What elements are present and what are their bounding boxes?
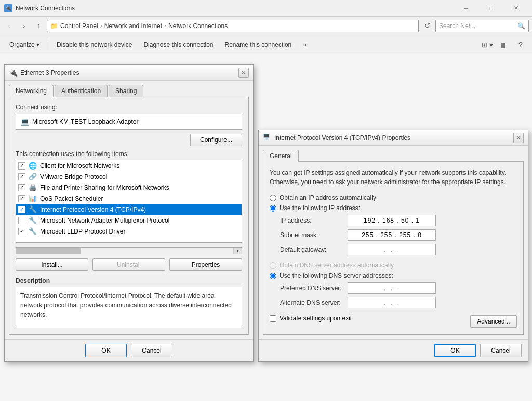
path-sep2: › bbox=[164, 22, 166, 30]
ipv4-content: You can get IP settings assigned automat… bbox=[263, 161, 524, 335]
obtain-dns-auto-radio[interactable] bbox=[270, 262, 276, 269]
checkbox-7[interactable]: ✓ bbox=[18, 228, 25, 235]
properties-button[interactable]: Properties bbox=[169, 258, 242, 271]
item-icon-1: 🌐 bbox=[29, 162, 37, 170]
close-button[interactable]: ✕ bbox=[504, 0, 528, 17]
help-button[interactable]: ? bbox=[513, 37, 528, 52]
ethernet-properties-dialog: 🔌 Ethernet 3 Properties ✕ Networking Aut… bbox=[4, 64, 254, 362]
tab-sharing[interactable]: Sharing bbox=[109, 85, 143, 97]
list-item[interactable]: ✓ 🌐 Client for Microsoft Networks bbox=[16, 160, 242, 171]
checkbox-6[interactable] bbox=[18, 217, 25, 224]
adapter-name: Microsoft KM-TEST Loopback Adapter bbox=[32, 118, 139, 125]
alternate-dns-input[interactable] bbox=[348, 297, 436, 308]
adapter-icon: 💻 bbox=[20, 118, 29, 126]
validate-checkbox[interactable] bbox=[270, 315, 276, 322]
default-gateway-input[interactable] bbox=[348, 244, 436, 255]
description-box: Transmission Control Protocol/Internet P… bbox=[16, 287, 242, 328]
item-icon-2: 🔗 bbox=[29, 173, 37, 180]
install-button[interactable]: Install... bbox=[16, 258, 88, 271]
tab-authentication[interactable]: Authentication bbox=[55, 85, 108, 97]
list-item[interactable]: ✓ 📊 QoS Packet Scheduler bbox=[16, 193, 242, 204]
adapter-box: 💻 Microsoft KM-TEST Loopback Adapter bbox=[16, 114, 242, 130]
checkbox-1[interactable]: ✓ bbox=[18, 162, 25, 170]
checkbox-4[interactable]: ✓ bbox=[18, 195, 25, 202]
items-buttons: Install... Uninstall Properties bbox=[16, 258, 242, 271]
ethernet-dialog-buttons: OK Cancel bbox=[5, 339, 253, 361]
obtain-dns-auto-label: Obtain DNS server address automatically bbox=[280, 262, 394, 269]
connect-using-label: Connect using: bbox=[16, 104, 242, 111]
ethernet-ok-button[interactable]: OK bbox=[85, 344, 127, 357]
uninstall-button[interactable]: Uninstall bbox=[92, 258, 165, 271]
list-item[interactable]: ✓ 🔧 Microsoft LLDP Protocol Driver bbox=[16, 226, 242, 237]
use-following-ip-radio[interactable] bbox=[270, 205, 276, 212]
ipv4-properties-dialog: 🖥️ Internet Protocol Version 4 (TCP/IPv4… bbox=[258, 130, 528, 362]
disable-device-button[interactable]: Disable this network device bbox=[51, 37, 137, 52]
address-path[interactable]: 📁 Control Panel › Network and Internet ›… bbox=[47, 20, 419, 32]
ipv4-tab-bar: General bbox=[259, 146, 528, 162]
ipv4-dialog-buttons: OK Cancel bbox=[259, 339, 528, 361]
item-icon-4: 📊 bbox=[29, 195, 37, 202]
use-following-dns-row: Use the following DNS server addresses: bbox=[270, 272, 517, 279]
item-icon-7: 🔧 bbox=[29, 227, 37, 235]
path-sep1: › bbox=[100, 22, 102, 30]
checkbox-3[interactable]: ✓ bbox=[18, 184, 25, 191]
rename-connection-button[interactable]: Rename this connection bbox=[220, 37, 297, 52]
use-following-dns-radio[interactable] bbox=[270, 273, 276, 279]
tab-general[interactable]: General bbox=[263, 150, 299, 162]
obtain-ip-auto-label[interactable]: Obtain an IP address automatically bbox=[280, 194, 376, 201]
advanced-button[interactable]: Advanced... bbox=[470, 315, 517, 328]
organize-button[interactable]: Organize ▾ bbox=[4, 37, 45, 52]
minimize-button[interactable]: ─ bbox=[454, 0, 478, 17]
ip-fields-group: IP address: Subnet mask: Default gateway… bbox=[280, 215, 517, 255]
ipv4-ok-button[interactable]: OK bbox=[434, 344, 476, 357]
list-item[interactable]: 🔧 Microsoft Network Adapter Multiplexor … bbox=[16, 215, 242, 226]
validate-row: Validate settings upon exit bbox=[270, 315, 352, 322]
obtain-ip-auto-radio[interactable] bbox=[270, 195, 276, 201]
window-controls: ─ □ ✕ bbox=[454, 0, 528, 17]
search-placeholder: Search Net... bbox=[439, 22, 515, 30]
search-box[interactable]: Search Net... 🔍 bbox=[435, 20, 529, 32]
item-label-1: Client for Microsoft Networks bbox=[40, 162, 119, 170]
tab-networking[interactable]: Networking bbox=[9, 85, 54, 97]
ethernet-dialog-close[interactable]: ✕ bbox=[238, 68, 249, 78]
up-button[interactable]: ↑ bbox=[32, 20, 45, 32]
items-list[interactable]: ✓ 🌐 Client for Microsoft Networks ✓ 🔗 VM… bbox=[16, 160, 242, 243]
ip-address-row: IP address: bbox=[280, 215, 517, 226]
toolbar-right: ⊞ ▾ ▥ ? bbox=[480, 37, 528, 52]
configure-button[interactable]: Configure... bbox=[190, 134, 242, 146]
back-button[interactable]: ‹ bbox=[3, 20, 16, 32]
list-item[interactable]: ✓ 🖨️ File and Printer Sharing for Micros… bbox=[16, 182, 242, 193]
ipv4-dialog-close[interactable]: ✕ bbox=[513, 133, 524, 143]
refresh-button[interactable]: ↺ bbox=[421, 20, 433, 32]
view-button[interactable]: ⊞ ▾ bbox=[480, 37, 495, 52]
use-following-ip-label[interactable]: Use the following IP address: bbox=[280, 204, 360, 212]
default-gateway-label: Default gateway: bbox=[280, 246, 348, 253]
ipv4-dialog-icon: 🖥️ bbox=[263, 134, 271, 142]
path-part1: Control Panel bbox=[60, 22, 98, 30]
ethernet-dialog-title: Ethernet 3 Properties bbox=[20, 69, 238, 76]
item-icon-3: 🖨️ bbox=[29, 184, 37, 191]
validate-label[interactable]: Validate settings upon exit bbox=[280, 315, 352, 322]
subnet-mask-input[interactable] bbox=[348, 229, 436, 241]
ethernet-cancel-button[interactable]: Cancel bbox=[131, 344, 172, 357]
main-content: 🔌 Ethernet 3 Properties ✕ Networking Aut… bbox=[0, 54, 532, 401]
diagnose-connection-button[interactable]: Diagnose this connection bbox=[138, 37, 218, 52]
checkbox-5[interactable]: ✓ bbox=[18, 206, 25, 213]
list-item-selected[interactable]: ✓ 🔧 Internet Protocol Version 4 (TCP/IPv… bbox=[16, 204, 242, 215]
use-following-dns-label[interactable]: Use the following DNS server addresses: bbox=[280, 272, 393, 279]
more-button[interactable]: » bbox=[298, 37, 312, 52]
alternate-dns-row: Alternate DNS server: bbox=[280, 297, 517, 308]
ipv4-description: You can get IP settings assigned automat… bbox=[270, 168, 517, 187]
ip-address-input[interactable] bbox=[348, 215, 436, 226]
list-item[interactable]: ✓ 🔗 VMware Bridge Protocol bbox=[16, 171, 242, 182]
maximize-button[interactable]: □ bbox=[479, 0, 503, 17]
forward-button[interactable]: › bbox=[18, 20, 30, 32]
checkbox-2[interactable]: ✓ bbox=[18, 173, 25, 180]
pane-button[interactable]: ▥ bbox=[497, 37, 511, 52]
ipv4-dialog-title: Internet Protocol Version 4 (TCP/IPv4) P… bbox=[274, 134, 513, 141]
app-title: Network Connections bbox=[16, 5, 454, 12]
ipv4-cancel-button[interactable]: Cancel bbox=[480, 344, 522, 357]
ip-address-label: IP address: bbox=[280, 217, 348, 224]
preferred-dns-input[interactable] bbox=[348, 282, 436, 294]
item-icon-6: 🔧 bbox=[29, 216, 37, 224]
